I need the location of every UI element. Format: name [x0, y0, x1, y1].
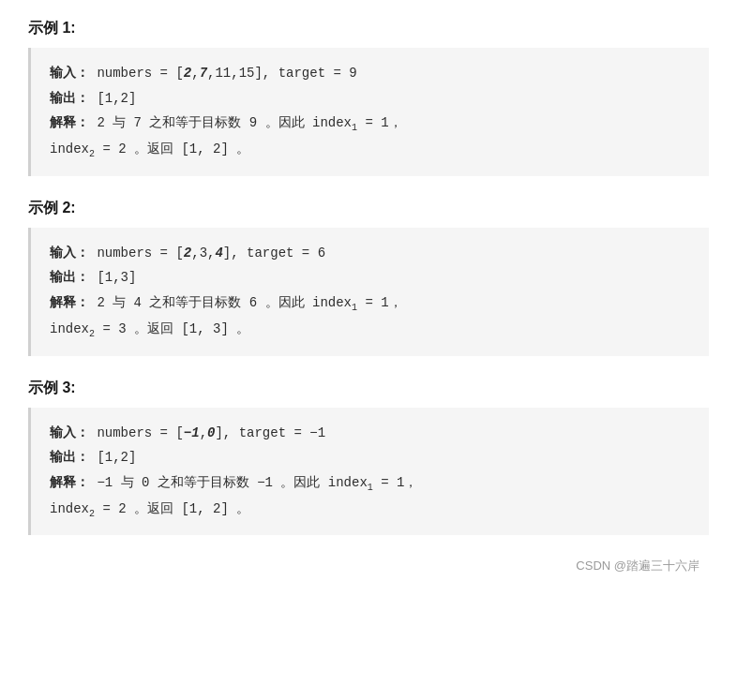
example-3-explain-line2: index2 = 2 。返回 [1, 2] 。 [50, 497, 690, 523]
example-3-explain-text2: index2 = 2 。返回 [1, 2] 。 [50, 501, 249, 516]
example-2-box: 输入： numbers = [2,3,4], target = 6 输出： [1… [28, 228, 709, 356]
example-3-output-value: [1,2] [97, 450, 136, 465]
example-1-box: 输入： numbers = [2,7,11,15], target = 9 输出… [28, 48, 709, 176]
example-2-explain-label: 解释： [50, 295, 89, 310]
footer: CSDN @踏遍三十六岸 [28, 558, 709, 574]
example-3-input-label: 输入： [50, 425, 89, 440]
example-3-output-label: 输出： [50, 450, 89, 465]
example-1-input-code: numbers = [2,7,11,15], target = 9 [97, 66, 356, 81]
footer-text: CSDN @踏遍三十六岸 [576, 559, 699, 573]
example-1-explain-text2: index2 = 2 。返回 [1, 2] 。 [50, 141, 249, 156]
example-1-explain-line: 解释： 2 与 7 之和等于目标数 9 。因此 index1 = 1， [50, 111, 690, 137]
example-2-explain-line2: index2 = 3 。返回 [1, 3] 。 [50, 317, 690, 343]
example-3-title: 示例 3: [28, 379, 709, 398]
example-1-output-label: 输出： [50, 91, 89, 106]
example-3-block: 示例 3: 输入： numbers = [−1,0], target = −1 … [28, 379, 709, 536]
example-3-explain-text: −1 与 0 之和等于目标数 −1 。因此 index1 = 1， [97, 475, 417, 490]
example-2-output-line: 输出： [1,3] [50, 265, 690, 290]
example-2-block: 示例 2: 输入： numbers = [2,3,4], target = 6 … [28, 199, 709, 356]
example-3-explain-line: 解释： −1 与 0 之和等于目标数 −1 。因此 index1 = 1， [50, 470, 690, 497]
example-3-explain-label: 解释： [50, 475, 89, 490]
example-2-output-label: 输出： [50, 270, 89, 285]
example-3-input-code: numbers = [−1,0], target = −1 [97, 425, 325, 440]
example-2-explain-line: 解释： 2 与 4 之和等于目标数 6 。因此 index1 = 1， [50, 290, 690, 317]
example-2-explain-text: 2 与 4 之和等于目标数 6 。因此 index1 = 1， [97, 295, 401, 310]
example-2-explain-text2: index2 = 3 。返回 [1, 3] 。 [50, 321, 249, 336]
example-1-title: 示例 1: [28, 19, 709, 38]
example-1-output-line: 输出： [1,2] [50, 86, 690, 112]
example-3-box: 输入： numbers = [−1,0], target = −1 输出： [1… [28, 408, 709, 536]
example-1-input-line: 输入： numbers = [2,7,11,15], target = 9 [50, 61, 690, 86]
example-2-output-value: [1,3] [97, 270, 136, 285]
example-1-explain-label: 解释： [50, 115, 89, 130]
example-2-input-line: 输入： numbers = [2,3,4], target = 6 [50, 241, 690, 266]
example-3-input-line: 输入： numbers = [−1,0], target = −1 [50, 421, 690, 446]
example-1-block: 示例 1: 输入： numbers = [2,7,11,15], target … [28, 19, 709, 176]
example-3-output-line: 输出： [1,2] [50, 445, 690, 470]
example-2-title: 示例 2: [28, 199, 709, 218]
example-1-explain-line2: index2 = 2 。返回 [1, 2] 。 [50, 137, 690, 163]
example-1-explain-text: 2 与 7 之和等于目标数 9 。因此 index1 = 1， [97, 115, 401, 130]
example-2-input-code: numbers = [2,3,4], target = 6 [97, 246, 325, 261]
example-1-output-value: [1,2] [97, 91, 136, 106]
example-2-input-label: 输入： [50, 246, 89, 261]
example-1-input-label: 输入： [50, 66, 89, 81]
